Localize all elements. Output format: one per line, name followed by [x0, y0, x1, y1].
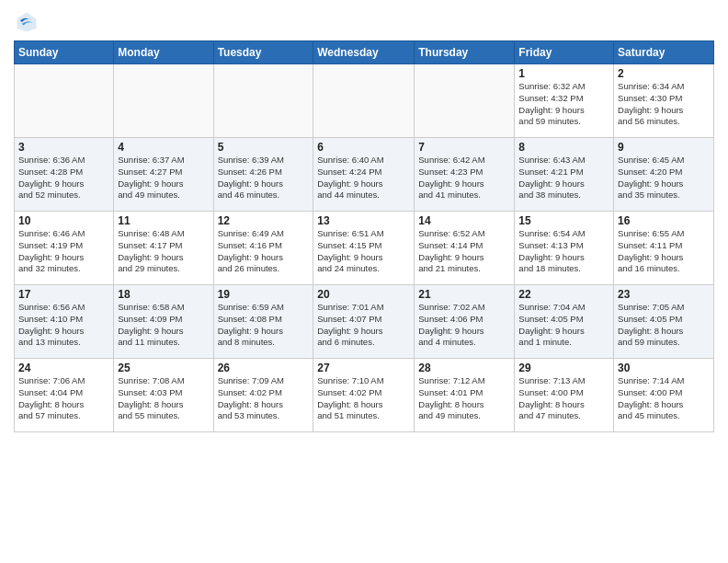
calendar-day: 16Sunrise: 6:55 AMSunset: 4:11 PMDayligh…	[614, 212, 714, 285]
calendar-day: 2Sunrise: 6:34 AMSunset: 4:30 PMDaylight…	[614, 64, 714, 138]
day-number: 1	[518, 67, 609, 80]
calendar-day: 12Sunrise: 6:49 AMSunset: 4:16 PMDayligh…	[213, 212, 313, 285]
day-info: Sunrise: 7:04 AMSunset: 4:05 PMDaylight:…	[518, 302, 609, 349]
day-number: 29	[518, 362, 609, 374]
calendar-header-monday: Monday	[114, 41, 213, 64]
day-number: 16	[618, 214, 710, 227]
day-info: Sunrise: 6:58 AMSunset: 4:09 PMDaylight:…	[118, 302, 209, 349]
calendar-week-row: 24Sunrise: 7:06 AMSunset: 4:04 PMDayligh…	[15, 359, 714, 432]
day-info: Sunrise: 6:52 AMSunset: 4:14 PMDaylight:…	[418, 228, 510, 275]
calendar-day: 13Sunrise: 6:51 AMSunset: 4:15 PMDayligh…	[313, 212, 415, 285]
day-info: Sunrise: 6:51 AMSunset: 4:15 PMDaylight:…	[317, 228, 410, 275]
day-info: Sunrise: 6:56 AMSunset: 4:10 PMDaylight:…	[18, 302, 109, 349]
day-number: 21	[418, 288, 510, 301]
day-number: 25	[118, 362, 209, 374]
day-info: Sunrise: 7:10 AMSunset: 4:02 PMDaylight:…	[317, 375, 410, 422]
calendar-day: 5Sunrise: 6:39 AMSunset: 4:26 PMDaylight…	[213, 138, 313, 212]
day-info: Sunrise: 6:32 AMSunset: 4:32 PMDaylight:…	[518, 81, 609, 128]
calendar-day: 23Sunrise: 7:05 AMSunset: 4:05 PMDayligh…	[614, 285, 714, 359]
calendar: SundayMondayTuesdayWednesdayThursdayFrid…	[14, 40, 714, 432]
calendar-week-row: 3Sunrise: 6:36 AMSunset: 4:28 PMDaylight…	[15, 138, 714, 212]
day-info: Sunrise: 7:13 AMSunset: 4:00 PMDaylight:…	[518, 375, 609, 422]
day-info: Sunrise: 6:54 AMSunset: 4:13 PMDaylight:…	[518, 228, 609, 275]
calendar-day: 1Sunrise: 6:32 AMSunset: 4:32 PMDaylight…	[515, 64, 614, 138]
calendar-week-row: 17Sunrise: 6:56 AMSunset: 4:10 PMDayligh…	[15, 285, 714, 359]
calendar-header-row: SundayMondayTuesdayWednesdayThursdayFrid…	[15, 41, 714, 64]
calendar-day: 15Sunrise: 6:54 AMSunset: 4:13 PMDayligh…	[515, 212, 614, 285]
calendar-day: 4Sunrise: 6:37 AMSunset: 4:27 PMDaylight…	[114, 138, 213, 212]
day-number: 20	[317, 288, 410, 301]
calendar-day: 9Sunrise: 6:45 AMSunset: 4:20 PMDaylight…	[614, 138, 714, 212]
calendar-day	[415, 64, 515, 138]
day-info: Sunrise: 7:05 AMSunset: 4:05 PMDaylight:…	[618, 302, 710, 349]
day-number: 9	[618, 141, 710, 154]
day-info: Sunrise: 6:55 AMSunset: 4:11 PMDaylight:…	[618, 228, 710, 275]
logo	[14, 9, 43, 35]
day-number: 8	[518, 141, 609, 154]
day-info: Sunrise: 7:08 AMSunset: 4:03 PMDaylight:…	[118, 375, 209, 422]
day-number: 18	[118, 288, 209, 301]
day-number: 2	[618, 67, 710, 80]
calendar-header-friday: Friday	[515, 41, 614, 64]
day-number: 14	[418, 214, 510, 227]
calendar-day: 24Sunrise: 7:06 AMSunset: 4:04 PMDayligh…	[15, 359, 114, 432]
calendar-day: 11Sunrise: 6:48 AMSunset: 4:17 PMDayligh…	[114, 212, 213, 285]
day-info: Sunrise: 6:40 AMSunset: 4:24 PMDaylight:…	[317, 155, 410, 201]
day-number: 26	[218, 362, 310, 374]
day-info: Sunrise: 7:02 AMSunset: 4:06 PMDaylight:…	[418, 302, 510, 349]
calendar-week-row: 10Sunrise: 6:46 AMSunset: 4:19 PMDayligh…	[15, 212, 714, 285]
calendar-day	[313, 64, 415, 138]
calendar-day: 25Sunrise: 7:08 AMSunset: 4:03 PMDayligh…	[114, 359, 213, 432]
day-info: Sunrise: 6:45 AMSunset: 4:20 PMDaylight:…	[618, 155, 710, 201]
day-info: Sunrise: 6:49 AMSunset: 4:16 PMDaylight:…	[218, 228, 310, 275]
day-info: Sunrise: 7:12 AMSunset: 4:01 PMDaylight:…	[418, 375, 510, 422]
day-number: 17	[18, 288, 109, 301]
day-number: 7	[418, 141, 510, 154]
day-info: Sunrise: 7:01 AMSunset: 4:07 PMDaylight:…	[317, 302, 410, 349]
day-info: Sunrise: 6:48 AMSunset: 4:17 PMDaylight:…	[118, 228, 209, 275]
calendar-day: 26Sunrise: 7:09 AMSunset: 4:02 PMDayligh…	[213, 359, 313, 432]
day-number: 24	[18, 362, 109, 374]
calendar-day: 8Sunrise: 6:43 AMSunset: 4:21 PMDaylight…	[515, 138, 614, 212]
calendar-day	[15, 64, 114, 138]
calendar-day: 19Sunrise: 6:59 AMSunset: 4:08 PMDayligh…	[213, 285, 313, 359]
calendar-day: 18Sunrise: 6:58 AMSunset: 4:09 PMDayligh…	[114, 285, 213, 359]
calendar-day: 7Sunrise: 6:42 AMSunset: 4:23 PMDaylight…	[415, 138, 515, 212]
calendar-day	[114, 64, 213, 138]
calendar-day: 29Sunrise: 7:13 AMSunset: 4:00 PMDayligh…	[515, 359, 614, 432]
day-info: Sunrise: 6:34 AMSunset: 4:30 PMDaylight:…	[618, 81, 710, 128]
day-number: 13	[317, 214, 410, 227]
day-number: 6	[317, 141, 410, 154]
day-info: Sunrise: 7:14 AMSunset: 4:00 PMDaylight:…	[618, 375, 710, 422]
day-info: Sunrise: 6:59 AMSunset: 4:08 PMDaylight:…	[218, 302, 310, 349]
day-info: Sunrise: 6:43 AMSunset: 4:21 PMDaylight:…	[518, 155, 609, 201]
logo-icon	[14, 9, 40, 35]
day-number: 27	[317, 362, 410, 374]
day-number: 19	[218, 288, 310, 301]
day-number: 11	[118, 214, 209, 227]
day-info: Sunrise: 6:46 AMSunset: 4:19 PMDaylight:…	[18, 228, 109, 275]
day-number: 28	[418, 362, 510, 374]
calendar-day: 28Sunrise: 7:12 AMSunset: 4:01 PMDayligh…	[415, 359, 515, 432]
day-info: Sunrise: 6:42 AMSunset: 4:23 PMDaylight:…	[418, 155, 510, 201]
day-number: 30	[618, 362, 710, 374]
day-number: 12	[218, 214, 310, 227]
calendar-day: 27Sunrise: 7:10 AMSunset: 4:02 PMDayligh…	[313, 359, 415, 432]
calendar-day: 20Sunrise: 7:01 AMSunset: 4:07 PMDayligh…	[313, 285, 415, 359]
calendar-day: 17Sunrise: 6:56 AMSunset: 4:10 PMDayligh…	[15, 285, 114, 359]
day-info: Sunrise: 6:39 AMSunset: 4:26 PMDaylight:…	[218, 155, 310, 201]
page-container: SundayMondayTuesdayWednesdayThursdayFrid…	[0, 0, 728, 437]
day-number: 22	[518, 288, 609, 301]
calendar-day: 30Sunrise: 7:14 AMSunset: 4:00 PMDayligh…	[614, 359, 714, 432]
day-number: 4	[118, 141, 209, 154]
calendar-day	[213, 64, 313, 138]
header	[14, 9, 714, 35]
day-number: 5	[218, 141, 310, 154]
calendar-day: 6Sunrise: 6:40 AMSunset: 4:24 PMDaylight…	[313, 138, 415, 212]
calendar-header-tuesday: Tuesday	[213, 41, 313, 64]
calendar-day: 3Sunrise: 6:36 AMSunset: 4:28 PMDaylight…	[15, 138, 114, 212]
day-number: 15	[518, 214, 609, 227]
day-info: Sunrise: 6:37 AMSunset: 4:27 PMDaylight:…	[118, 155, 209, 201]
day-info: Sunrise: 7:09 AMSunset: 4:02 PMDaylight:…	[218, 375, 310, 422]
calendar-week-row: 1Sunrise: 6:32 AMSunset: 4:32 PMDaylight…	[15, 64, 714, 138]
